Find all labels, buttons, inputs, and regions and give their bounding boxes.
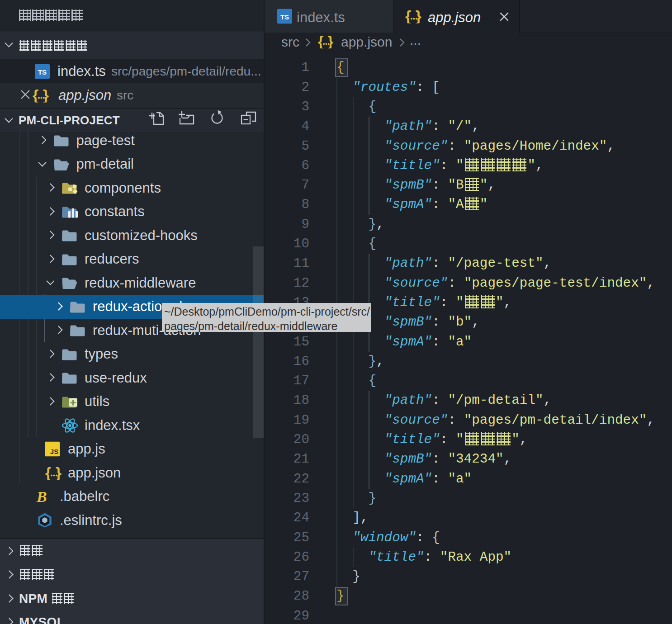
svg-text:JS: JS [50, 448, 58, 455]
svg-text:{: { [45, 466, 51, 480]
svg-text:}: } [56, 466, 62, 480]
svg-text:{: { [33, 89, 38, 103]
svg-text:TS: TS [38, 68, 47, 76]
svg-text:}: } [328, 35, 334, 48]
svg-text:{: { [405, 9, 411, 24]
svg-text:}: } [43, 89, 49, 103]
svg-text:{: { [318, 35, 324, 48]
svg-text:}: } [416, 9, 421, 24]
svg-text:TS: TS [280, 13, 289, 21]
